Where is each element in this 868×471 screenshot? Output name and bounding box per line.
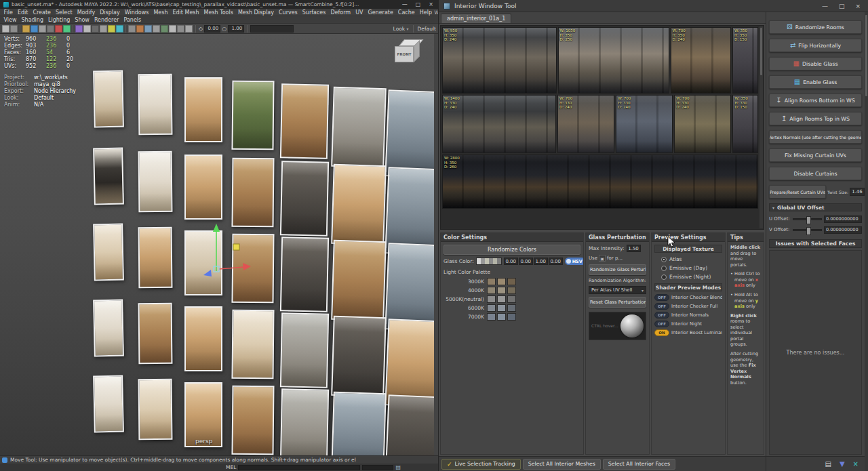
- selected-portal-handle[interactable]: [233, 244, 239, 250]
- toolbar-icon[interactable]: [136, 25, 144, 33]
- panel-close-icon[interactable]: ×: [853, 460, 859, 468]
- disable-curtains-button[interactable]: Disable Curtains: [769, 167, 862, 180]
- room-snapshot-card[interactable]: [138, 227, 173, 289]
- menu-help[interactable]: Help: [417, 9, 434, 16]
- twist-size-field[interactable]: 1.46: [850, 188, 865, 196]
- prepare-reset-curtain-uvs-button[interactable]: Prepare/Reset Curtain UVs: [769, 185, 826, 199]
- room-snapshot-card[interactable]: [93, 375, 124, 433]
- menu-uv[interactable]: UV: [353, 9, 366, 16]
- menu-mesh-tools[interactable]: Mesh Tools: [201, 9, 235, 16]
- glass-color-swatch[interactable]: [476, 258, 502, 265]
- atlas-room-tile[interactable]: W: 2800H: 350D: 260: [442, 155, 758, 209]
- panel-menu-panels[interactable]: Panels: [121, 17, 144, 23]
- select-all-interior-meshes-button[interactable]: Select All Interior Meshes: [523, 459, 601, 470]
- room-snapshot-card[interactable]: [138, 303, 173, 365]
- global-uv-offset-header[interactable]: ▾ Global UV Offset: [769, 203, 862, 211]
- menu-display[interactable]: Display: [98, 9, 123, 16]
- manipulator-x-arrow[interactable]: [243, 263, 251, 270]
- minimize-button[interactable]: —: [402, 1, 408, 7]
- toolbar-icon[interactable]: [153, 25, 160, 33]
- room-snapshot-card[interactable]: [138, 151, 173, 213]
- atlas-room-tile[interactable]: W: 1050H: 350D: 250: [558, 27, 669, 94]
- palette-swatch[interactable]: [497, 304, 506, 312]
- menu-modify[interactable]: Modify: [75, 9, 98, 16]
- room-snapshot-card[interactable]: [93, 224, 124, 281]
- room-snapshot-card[interactable]: [280, 237, 329, 312]
- menu-windows[interactable]: Windows: [122, 9, 151, 16]
- glass-color-value-field[interactable]: 0.00: [504, 258, 518, 265]
- room-snapshot-card[interactable]: [231, 81, 274, 150]
- align-rooms-bottom-in-ws-button[interactable]: ↧Align Rooms Bottom in WS: [769, 94, 862, 107]
- room-snapshot-card[interactable]: [384, 89, 434, 179]
- script-output-field[interactable]: [362, 465, 393, 470]
- toolbar-icon[interactable]: [177, 25, 184, 33]
- enable-glass-button[interactable]: ▦Enable Glass: [769, 75, 862, 89]
- room-snapshot-card[interactable]: [384, 394, 434, 455]
- menu-edit-mesh[interactable]: Edit Mesh: [170, 9, 201, 16]
- room-snapshot-card[interactable]: [231, 158, 274, 228]
- toggle-interior-boost-luminance[interactable]: ONInterior Boost Luminance: [654, 329, 722, 336]
- soft-select-icon[interactable]: ○: [222, 26, 226, 32]
- palette-swatch[interactable]: [507, 295, 516, 303]
- toolbar-icon[interactable]: [108, 25, 115, 33]
- toolbar-icon[interactable]: [92, 25, 99, 33]
- atlas-room-tile[interactable]: W: 1400H: 330D: 240: [442, 95, 556, 153]
- toolbar-icon[interactable]: [169, 25, 176, 33]
- menu-mesh-display[interactable]: Mesh Display: [235, 9, 276, 16]
- room-snapshot-card[interactable]: [331, 164, 387, 245]
- fix-vertex-normals-use-after-cutting-the-geometry-button[interactable]: Fix Vertex Normals (use after cutting th…: [769, 130, 862, 144]
- tool-maximize-button[interactable]: □: [839, 3, 845, 9]
- palette-swatch[interactable]: [487, 304, 496, 312]
- fix-missing-curtain-uvs-button[interactable]: Fix Missing Curtain UVs: [769, 148, 862, 162]
- glass-color-value-field[interactable]: 1.00: [534, 258, 548, 265]
- toolbar-icon[interactable]: [47, 25, 54, 33]
- atlas-preview[interactable]: W: 950H: 350D: 240W: 1050H: 350D: 250W: …: [440, 25, 764, 230]
- live-selection-tracking-button[interactable]: ✓ Live Selection Tracking: [441, 459, 521, 470]
- glass-color-value-field[interactable]: 0.00: [549, 258, 563, 265]
- room-snapshot-card[interactable]: [184, 77, 222, 142]
- panel-menu-show[interactable]: Show: [73, 17, 92, 23]
- menu-generate[interactable]: Generate: [366, 9, 395, 16]
- palette-swatch[interactable]: [497, 287, 506, 294]
- v-offset-field[interactable]: 0.0000000000: [824, 226, 862, 234]
- panel-scrollbar[interactable]: [865, 12, 868, 471]
- panel-menu-lighting[interactable]: Lighting: [45, 17, 72, 23]
- palette-swatch[interactable]: [487, 287, 496, 294]
- v-offset-slider[interactable]: [793, 229, 822, 231]
- max-intensity-field[interactable]: 1.50: [627, 245, 641, 252]
- palette-swatch[interactable]: [507, 287, 516, 294]
- room-snapshot-card[interactable]: [93, 70, 124, 128]
- transform-entry-icon[interactable]: ◇: [199, 26, 203, 32]
- select-all-interior-faces-button[interactable]: Select All Interior Faces: [603, 459, 675, 470]
- room-snapshot-card[interactable]: [184, 155, 222, 220]
- maximize-button[interactable]: □: [416, 1, 421, 7]
- room-snapshot-card[interactable]: [331, 316, 387, 397]
- glass-color-value-field[interactable]: 0.00: [519, 258, 533, 265]
- selection-readout-field[interactable]: [250, 25, 294, 33]
- menu-create[interactable]: Create: [31, 9, 54, 16]
- room-snapshot-card[interactable]: [184, 306, 222, 371]
- room-snapshot-card[interactable]: [93, 300, 124, 357]
- help-icon[interactable]: [2, 457, 7, 463]
- menu-file[interactable]: File: [1, 9, 15, 16]
- toolbar-icon[interactable]: [2, 25, 9, 33]
- flip-horizontally-button[interactable]: ⇄Flip Horizontally: [769, 39, 862, 52]
- room-snapshot-card[interactable]: [231, 310, 274, 380]
- randomize-rooms-button[interactable]: ⚄Randomize Rooms: [769, 20, 862, 34]
- menu-mesh[interactable]: Mesh: [151, 9, 170, 16]
- default-look-dropdown[interactable]: Default: [418, 26, 436, 32]
- scale-entry-field[interactable]: 1.00: [228, 25, 244, 33]
- menu-surfaces[interactable]: Surfaces: [300, 9, 328, 16]
- toggle-interior-checker-full[interactable]: OFFInterior Checker Full: [654, 303, 722, 310]
- palette-swatch[interactable]: [497, 295, 506, 303]
- toolbar-icon[interactable]: [116, 25, 123, 33]
- atlas-room-tile[interactable]: W: 350H: 350D: 150: [732, 27, 758, 94]
- atlas-scrollbar[interactable]: [760, 26, 763, 228]
- palette-swatch[interactable]: [497, 313, 506, 321]
- radio-emissive-day[interactable]: Emissive (Day): [654, 264, 722, 272]
- move-manipulator[interactable]: [194, 221, 258, 282]
- radio-atlas[interactable]: Atlas: [654, 255, 722, 263]
- dropdown-triangle-icon[interactable]: ▼: [840, 460, 845, 468]
- room-snapshot-card[interactable]: [280, 83, 329, 159]
- panel-menu-shading[interactable]: Shading: [19, 17, 46, 23]
